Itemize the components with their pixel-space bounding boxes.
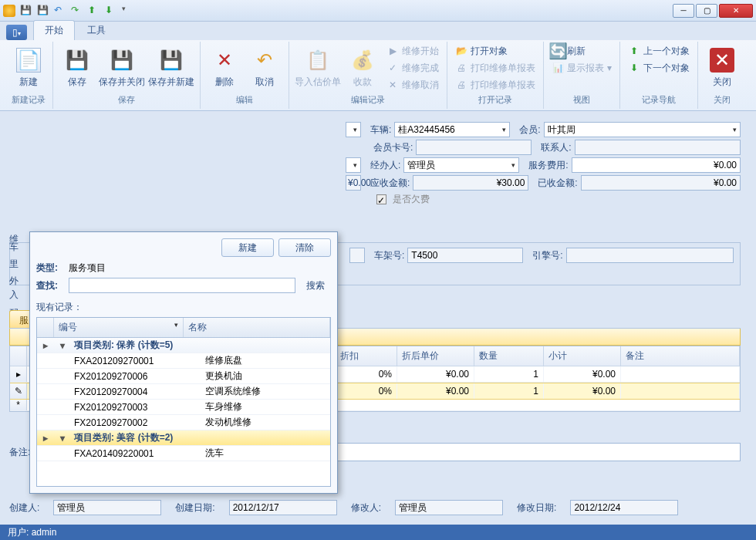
qat-save-icon[interactable]: 💾 [20, 5, 32, 17]
mdate-field: 2012/12/24 [570, 500, 678, 515]
col-subtotal[interactable]: 小计 [544, 346, 621, 366]
ribbon-group-save: 💾保存 💾保存并关闭 💾保存并新建 保存 [53, 42, 201, 109]
qat-redo-icon[interactable]: ↷ [71, 5, 83, 17]
ribbon-group-openrec: 📂打开对象 🖨打印维修单报表 🖨打印维修单报表 打开记录 [447, 42, 544, 109]
print-report2-button: 🖨打印维修单报表 [452, 77, 538, 93]
group-label: 编辑记录 [294, 93, 442, 107]
member-field[interactable]: 叶其周▾ [544, 122, 741, 137]
tab-tools[interactable]: 工具 [76, 21, 116, 40]
popup-search-label: 查找: [36, 279, 64, 292]
prev-button[interactable]: ⬆上一个对象 [625, 43, 693, 59]
contact-label: 联系人: [541, 141, 571, 154]
refresh-button[interactable]: 🔄刷新 [548, 43, 615, 59]
handler-field[interactable]: 管理员▾ [403, 157, 519, 173]
maximize-button[interactable]: ▢ [696, 4, 717, 18]
popup-data-row[interactable]: FXA201409220001洗车 [37, 446, 330, 461]
group-label: 记录导航 [625, 93, 693, 107]
collect-button: 💰收款 [343, 43, 382, 93]
popup-data-row[interactable]: FX201209270003车身维修 [37, 400, 330, 415]
popup-data-row[interactable]: FX201209270004空调系统维修 [37, 384, 330, 400]
popup-clear-button[interactable]: 清除 [278, 238, 331, 257]
delete-button[interactable]: ✕删除 [205, 43, 244, 93]
receivable-field: ¥30.00 [413, 175, 528, 191]
vehicle-label: 车辆: [370, 123, 391, 137]
received-label: 已收金额: [538, 177, 577, 190]
popup-search-input[interactable] [69, 278, 295, 293]
cdate-label: 创建日期: [175, 501, 214, 515]
popup-data-row[interactable]: FX201209270002发动机维修 [37, 415, 330, 430]
ribbon-tabs: ▯▾ 开始 工具 [0, 22, 756, 40]
member-label: 会员: [519, 123, 540, 137]
cancel-button[interactable]: ↶取消 [245, 43, 284, 93]
ribbon: 📄新建 新建记录 💾保存 💾保存并关闭 💾保存并新建 保存 ✕删除 ↶取消 编辑… [0, 40, 756, 111]
hidden-dd2[interactable]: ▾ [346, 157, 361, 173]
file-tab[interactable]: ▯▾ [6, 25, 27, 40]
tab-start[interactable]: 开始 [33, 20, 75, 40]
owe-label: 是否欠费 [393, 193, 430, 206]
save-new-button[interactable]: 💾保存并新建 [147, 43, 195, 93]
hidden-dd[interactable]: ▾ [346, 122, 361, 137]
mdate-label: 修改日期: [517, 501, 556, 515]
popup-group-row[interactable]: ▸▾项目类别: 美容 (计数=2) [37, 430, 330, 446]
group-label: 新建记录 [9, 93, 48, 107]
import-button: 📋导入估价单 [294, 43, 342, 93]
popup-search-button[interactable]: 搜索 [300, 279, 331, 292]
group-label: 视图 [548, 93, 615, 107]
col-price-after[interactable]: 折后单价 [397, 346, 474, 366]
open-obj-button[interactable]: 📂打开对象 [452, 43, 538, 59]
new-button[interactable]: 📄新建 [9, 43, 48, 93]
frame-label: 车架号: [374, 249, 404, 262]
obscured-l9: 外 [9, 275, 19, 288]
save-close-button[interactable]: 💾保存并关闭 [98, 43, 146, 93]
group-label: 打开记录 [452, 93, 538, 107]
cdate-field: 2012/12/17 [229, 500, 337, 515]
engine-label: 引擎号: [532, 249, 562, 262]
qat-undo-icon[interactable]: ↶ [54, 5, 66, 17]
next-button[interactable]: ⬇下一个对象 [625, 60, 693, 76]
engine-field [566, 248, 734, 263]
maint-cancel-button: ✕维修取消 [383, 77, 442, 93]
col-remark[interactable]: 备注 [621, 346, 740, 366]
modifier-label: 修改人: [351, 501, 381, 515]
ribbon-group-nav: ⬆上一个对象 ⬇下一个对象 记录导航 [620, 42, 698, 109]
popup-data-row[interactable]: FXA201209270001维修底盘 [37, 353, 330, 369]
fee-field[interactable]: ¥0.00 [572, 157, 741, 173]
save-button[interactable]: 💾保存 [58, 43, 96, 93]
qat-down-icon[interactable]: ⬇ [105, 5, 117, 17]
group-label: 编辑 [205, 93, 284, 107]
ribbon-group-view: 🔄刷新 📊显示报表 ▾ 视图 [544, 42, 620, 109]
qat-save-close-icon[interactable]: 💾 [37, 5, 49, 17]
contact-field [575, 140, 741, 155]
minimize-button[interactable]: ─ [673, 4, 694, 18]
maint-done-button: ✓维修完成 [383, 60, 442, 76]
obscured-l8: 里 [9, 258, 19, 271]
popup-new-button[interactable]: 新建 [221, 238, 274, 257]
qat-up-icon[interactable]: ⬆ [88, 5, 100, 17]
ribbon-group-close: ✕关闭 关闭 [698, 42, 746, 109]
receivable-label: 应收金额: [370, 177, 410, 190]
frame-field: T4500 [407, 248, 523, 263]
popup-group-row[interactable]: ▸▾项目类别: 保养 (计数=5) [37, 338, 330, 353]
group-label: 关闭 [703, 93, 741, 107]
popup-data-row[interactable]: FX201209270006更换机油 [37, 369, 330, 384]
quick-access-toolbar: 💾 💾 ↶ ↷ ⬆ ⬇ ▾ [3, 5, 134, 17]
col-discount[interactable]: 折扣 [336, 346, 397, 366]
ribbon-group-edit: ✕删除 ↶取消 编辑 [201, 42, 289, 109]
received-field: ¥0.00 [581, 175, 741, 191]
popup-col-name[interactable]: 名称 [184, 318, 330, 337]
popup-type-label: 类型: [36, 262, 64, 275]
popup-grid: 编号▾ 名称 ▸▾项目类别: 保养 (计数=5)FXA201209270001维… [36, 317, 331, 487]
remarks-label: 备注: [9, 446, 30, 459]
col-qty[interactable]: 数量 [474, 346, 544, 366]
vehicle-field[interactable]: 桂A32445456▾ [394, 122, 510, 137]
fee-label: 服务费用: [528, 159, 568, 172]
popup-existing-label: 现有记录： [36, 301, 331, 314]
close-obj-button[interactable]: ✕关闭 [703, 43, 741, 93]
popup-col-code[interactable]: 编号▾ [54, 318, 184, 337]
owe-checkbox: ✓ [376, 194, 386, 204]
qat-more-icon[interactable]: ▾ [122, 5, 134, 17]
obscured-l7: 车 [9, 241, 19, 254]
close-button[interactable]: ✕ [719, 4, 753, 18]
hidden-amt: ¥0.00 [346, 175, 361, 191]
app-icon [3, 5, 15, 17]
